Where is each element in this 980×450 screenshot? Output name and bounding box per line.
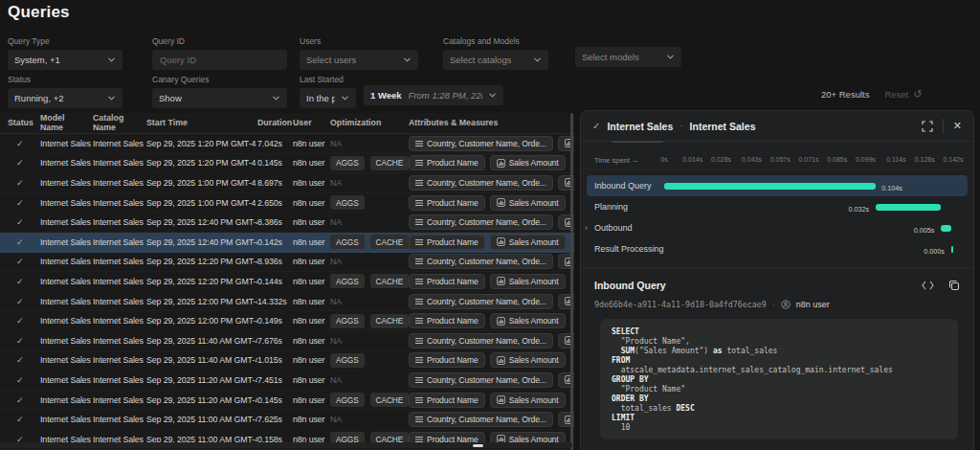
last-started-mode-select[interactable]: In the past: [300, 88, 356, 108]
status-check-icon: ✓: [16, 257, 23, 266]
table-body: ✓ Internet Sales Internet Sales Sep 29, …: [0, 134, 574, 450]
table-row[interactable]: ✓ Internet Sales Internet Sales Sep 29, …: [0, 213, 574, 233]
query-id-input[interactable]: [152, 50, 287, 70]
timeline-row[interactable]: ›Outbound0.005s: [587, 217, 968, 238]
code-view-icon[interactable]: [922, 281, 934, 290]
start-time-cell: Sep 29, 2025 11:20 AM GMT-4: [146, 395, 257, 405]
horizontal-scrollbar-thumb[interactable]: [473, 444, 483, 447]
table-row[interactable]: ✓ Internet Sales Internet Sales Sep 29, …: [0, 193, 574, 214]
na-label: NA: [330, 415, 342, 424]
axis-tick-label: 0.057s: [770, 156, 791, 163]
attribute-list-icon: [415, 159, 423, 167]
attribute-list-icon: [415, 396, 423, 404]
sql-line: SELECT: [612, 327, 947, 337]
column-header[interactable]: Optimization: [330, 119, 409, 127]
meta-separator: ·: [772, 300, 775, 309]
status-check-icon: ✓: [16, 158, 23, 168]
catalogs-select[interactable]: Select catalogs: [443, 50, 548, 70]
chevron-down-icon: [272, 94, 280, 102]
copy-icon[interactable]: [948, 280, 960, 291]
table-row[interactable]: ✓ Internet Sales Internet Sales Sep 29, …: [0, 351, 574, 371]
start-time-cell: Sep 29, 2025 12:40 PM GMT-4: [146, 217, 257, 227]
status-check-icon: ✓: [16, 415, 23, 424]
timeline-row[interactable]: Planning0.032s: [587, 196, 968, 217]
axis-tick-label: 0.028s: [711, 156, 731, 163]
filter-query-type: Query Type System, +1: [8, 36, 122, 70]
sql-line: GROUP BY: [612, 375, 947, 385]
users-select[interactable]: Select users: [300, 50, 418, 70]
sql-code-block[interactable]: SELECT "Product Name", SUM("Sales Amount…: [600, 319, 958, 439]
reset-button[interactable]: Reset ↺: [884, 88, 922, 101]
optimization-badge: CACHE: [370, 156, 409, 170]
chevron-down-icon: [488, 91, 497, 100]
table-row[interactable]: ✓ Internet Sales Internet Sales Sep 29, …: [0, 331, 574, 351]
column-header[interactable]: Status: [8, 119, 40, 127]
na-label: NA: [330, 217, 342, 227]
duration-cell: 0.142s: [257, 237, 293, 247]
axis-tick-label: 0.114s: [886, 156, 906, 163]
table-row[interactable]: ✓ Internet Sales Internet Sales Sep 29, …: [0, 134, 574, 154]
vertical-scrollbar[interactable]: [570, 113, 573, 450]
attribute-chip: Product Name: [409, 313, 485, 328]
table-row[interactable]: ✓ Internet Sales Internet Sales Sep 29, …: [0, 311, 574, 331]
table-row[interactable]: ✓ Internet Sales Internet Sales Sep 29, …: [0, 410, 574, 430]
measure-chart-icon: [497, 277, 505, 285]
optimization-badge: CACHE: [370, 274, 409, 288]
sql-line: SUM("Sales Amount") as total_sales: [612, 347, 947, 356]
status-check-icon: ✓: [16, 395, 23, 405]
catalog-name-cell: Internet Sales: [93, 336, 146, 346]
catalog-name-cell: Internet Sales: [93, 395, 146, 405]
column-header[interactable]: Start Time: [146, 119, 257, 127]
attribute-chip: Country, Customer Name, Orde...: [409, 294, 553, 309]
timeline-row[interactable]: Result Processing0.000s: [587, 238, 968, 259]
timeline-stage-label: Outbound: [594, 223, 633, 233]
table-row[interactable]: ✓ Internet Sales Internet Sales Sep 29, …: [0, 233, 574, 253]
table-row[interactable]: ✓ Internet Sales Internet Sales Sep 29, …: [0, 173, 574, 193]
attribute-list-icon: [415, 416, 423, 423]
duration-cell: 14.332s: [257, 297, 293, 306]
date-range-select[interactable]: 1 Week From 1:28 PM, 22nd Sep: [364, 85, 503, 105]
duration-cell: 8.386s: [257, 217, 293, 227]
catalog-name-cell: Internet Sales: [93, 139, 146, 148]
column-header[interactable]: Catalog Name: [93, 114, 146, 131]
column-header[interactable]: Model Name: [40, 114, 93, 131]
canary-select[interactable]: Show: [152, 88, 287, 108]
timeline-duration-value: 0.005s: [914, 226, 935, 235]
timeline-row[interactable]: Inbound Query0.104s: [587, 175, 968, 196]
caret-right-icon[interactable]: ›: [585, 223, 588, 233]
table-row[interactable]: ✓ Internet Sales Internet Sales Sep 29, …: [0, 154, 574, 174]
column-header[interactable]: User: [293, 119, 330, 127]
query-type-select[interactable]: System, +1: [8, 50, 122, 70]
status-select[interactable]: Running, +2: [8, 88, 122, 108]
horizontal-scrollbar[interactable]: [0, 442, 572, 448]
expand-icon[interactable]: [922, 121, 933, 132]
attribute-list-icon: [415, 278, 423, 285]
table-row[interactable]: ✓ Internet Sales Internet Sales Sep 29, …: [0, 391, 574, 411]
filter-status: Status Running, +2: [8, 75, 122, 108]
models-select[interactable]: Select models: [575, 47, 681, 67]
attribute-chip: Product Name: [409, 352, 485, 368]
status-check-icon: ✓: [16, 217, 23, 227]
attributes-cell: Product NameSales Amount: [409, 313, 574, 328]
table-row[interactable]: ✓ Internet Sales Internet Sales Sep 29, …: [0, 253, 574, 273]
duration-cell: 2.650s: [257, 198, 293, 208]
canary-label: Canary Queries: [152, 75, 287, 84]
filter-last-started: Last Started In the past: [300, 75, 356, 108]
measure-chip: Sales Amount: [490, 393, 566, 408]
column-header[interactable]: Attributes & Measures: [409, 119, 574, 127]
optimization-badge: CACHE: [370, 393, 409, 407]
attribute-list-icon: [415, 179, 423, 187]
status-check-icon: ✓: [16, 237, 23, 247]
table-row[interactable]: ✓ Internet Sales Internet Sales Sep 29, …: [0, 272, 574, 292]
measure-chip: Sales Amount: [490, 313, 566, 328]
column-header[interactable]: Duration: [257, 119, 293, 127]
model-name-cell: Internet Sales: [40, 198, 93, 208]
axis-tick-label: 0.142s: [943, 156, 963, 163]
table-row[interactable]: ✓ Internet Sales Internet Sales Sep 29, …: [0, 292, 574, 312]
close-icon[interactable]: ✕: [953, 120, 962, 132]
table-row[interactable]: ✓ Internet Sales Internet Sales Sep 29, …: [0, 371, 574, 391]
attributes-cell: Product NameSales Amount: [409, 235, 574, 250]
query-id-label: Query ID: [152, 36, 287, 46]
inbound-query-section: Inbound Query: [581, 268, 973, 291]
measure-chip: Sales Amount: [490, 274, 566, 289]
